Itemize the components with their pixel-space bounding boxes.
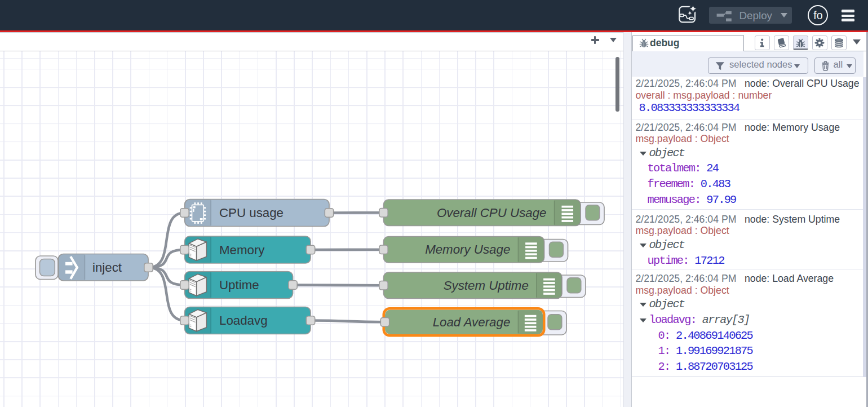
svg-text:Uptime: Uptime	[219, 278, 259, 292]
svg-text:Memory: Memory	[219, 243, 265, 257]
svg-text:Memory Usage: Memory Usage	[425, 242, 510, 256]
svg-text:CPU usage: CPU usage	[219, 206, 284, 220]
svg-text:Deploy: Deploy	[739, 10, 773, 21]
svg-text:Load Average: Load Average	[433, 315, 511, 329]
svg-text:System Uptime: System Uptime	[444, 278, 529, 293]
svg-text:fo: fo	[813, 8, 822, 21]
svg-text:inject: inject	[92, 260, 122, 275]
svg-text:Overall CPU Usage: Overall CPU Usage	[437, 206, 547, 220]
svg-text:Loadavg: Loadavg	[219, 313, 268, 328]
